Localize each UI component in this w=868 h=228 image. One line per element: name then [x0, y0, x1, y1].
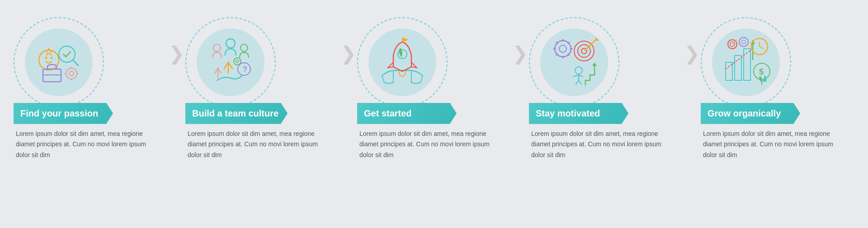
circle-outer-2: ? [185, 17, 276, 107]
circle-inner-3 [368, 28, 436, 96]
step-bottom-1: Lorem ipsum dolor sit dim amet, mea regi… [14, 129, 149, 161]
step-top-3 [357, 17, 511, 107]
step-bottom-5: Lorem ipsum dolor sit dim amet, mea regi… [701, 129, 836, 161]
svg-point-9 [69, 71, 74, 76]
svg-marker-44 [592, 62, 597, 66]
circle-outer-4 [529, 17, 619, 107]
svg-line-52 [760, 47, 764, 49]
step-bottom-3: Lorem ipsum dolor sit dim amet, mea regi… [357, 129, 493, 161]
arrow-3: ❯ [512, 17, 528, 63]
step-5: $ Grow organically Lorem ipsum dolor sit… [701, 17, 854, 161]
circle-inner-2: ? [197, 28, 264, 96]
svg-point-41 [575, 67, 582, 74]
arrow-2: ❯ [340, 17, 356, 63]
chevron-icon-1: ❯ [169, 44, 184, 63]
circle-outer-1 [14, 17, 104, 107]
step-label-4: Stay motivated [529, 103, 628, 124]
svg-point-22 [236, 60, 239, 63]
svg-point-8 [66, 68, 77, 79]
step-label-2: Build a team culture [185, 103, 288, 124]
arrow-4: ❯ [684, 17, 700, 63]
step-description-3: Lorem ipsum dolor sit dim amet, mea regi… [359, 129, 493, 161]
chevron-icon-2: ❯ [340, 44, 356, 63]
step-description-4: Lorem ipsum dolor sit dim amet, mea regi… [531, 129, 665, 161]
svg-point-14 [226, 39, 235, 48]
step-bottom-4: Lorem ipsum dolor sit dim amet, mea regi… [529, 129, 665, 161]
step-2: ? Build a team culture Lorem ipsum dolor… [185, 17, 339, 161]
infographic: Find your passion Lorem ipsum dolor sit … [9, 8, 859, 220]
step-label-3: Get started [357, 103, 457, 124]
circle-container-4 [529, 17, 619, 107]
svg-marker-25 [402, 37, 409, 42]
step-description-2: Lorem ipsum dolor sit dim amet, mea regi… [188, 129, 321, 161]
circle-container-3 [357, 17, 448, 107]
svg-point-21 [234, 58, 241, 65]
circle-inner-4 [540, 28, 608, 96]
circle-inner-1 [25, 28, 93, 96]
step-description-1: Lorem ipsum dolor sit dim amet, mea regi… [16, 129, 149, 161]
step-description-5: Lorem ipsum dolor sit dim amet, mea regi… [703, 129, 836, 161]
circle-container-1 [14, 17, 104, 107]
svg-text:$: $ [759, 67, 764, 76]
circle-inner-5: $ [712, 28, 780, 96]
svg-line-5 [73, 60, 78, 65]
svg-point-56 [742, 40, 745, 44]
chevron-icon-4: ❯ [684, 44, 700, 63]
step-4: Stay motivated Lorem ipsum dolor sit dim… [529, 17, 683, 161]
svg-point-27 [559, 45, 566, 52]
circle-container-5: $ [701, 17, 791, 107]
step-label-5: Grow organically [701, 103, 800, 124]
svg-point-2 [51, 56, 53, 59]
circle-container-2: ? [185, 17, 276, 107]
step-1: Find your passion Lorem ipsum dolor sit … [14, 17, 167, 161]
svg-text:?: ? [243, 65, 247, 73]
svg-point-55 [739, 37, 748, 47]
svg-marker-40 [595, 37, 599, 41]
step-label-1: Find your passion [14, 103, 113, 124]
circle-outer-3 [357, 17, 448, 107]
step-top-5: $ [701, 17, 854, 107]
step-top-1 [14, 17, 167, 107]
circle-outer-5: $ [701, 17, 791, 107]
chevron-icon-3: ❯ [512, 44, 528, 63]
arrow-1: ❯ [169, 17, 184, 63]
svg-point-16 [241, 44, 248, 51]
step-3: Get started Lorem ipsum dolor sit dim am… [357, 17, 511, 161]
step-top-2: ? [185, 17, 339, 107]
step-top-4 [529, 17, 683, 107]
svg-point-15 [213, 44, 221, 51]
step-bottom-2: Lorem ipsum dolor sit dim amet, mea regi… [185, 129, 321, 161]
svg-marker-3 [45, 48, 52, 55]
svg-point-1 [45, 56, 47, 59]
